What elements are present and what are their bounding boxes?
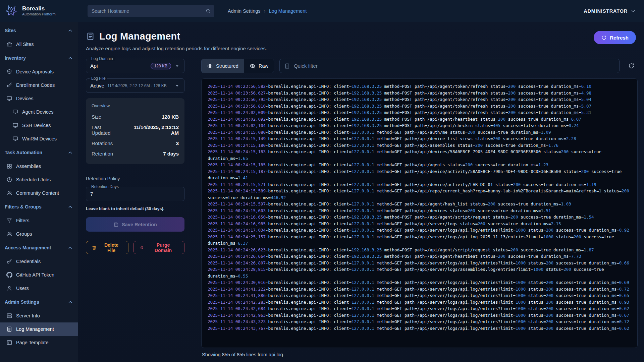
github-icon [6, 272, 12, 278]
account-label: ADMINISTRATOR [584, 8, 628, 14]
retention-days-input[interactable] [90, 191, 180, 197]
sidebar-section-label: Admin Settings [5, 299, 39, 305]
sidebar-item-github-api-token[interactable]: GitHub API Token [0, 268, 78, 282]
sidebar-item-all-sites[interactable]: All Sites [0, 38, 78, 51]
sidebar-item-label: Server Info [16, 313, 40, 318]
purge-domain-button[interactable]: Purge Domain [133, 241, 184, 254]
log-output[interactable]: 2025-11-14 00:23:56,582-borealis.engine.… [201, 78, 638, 348]
sidebar-item-ssh-devices[interactable]: SSH Devices [0, 119, 78, 132]
retention-policy-label: Retention Policy [86, 176, 184, 181]
sidebar-item-label: Groups [16, 231, 32, 237]
chevron-up-icon [67, 55, 73, 61]
clock-icon [6, 177, 12, 183]
save-retention-button[interactable]: Save Retention [86, 217, 184, 232]
sidebar-item-agent-devices[interactable]: Agent Devices [0, 105, 78, 119]
monitor-icon [12, 136, 18, 142]
danger-actions: Delete File Purge Domain [86, 241, 184, 254]
log-line: 2025-11-14 00:24:41,222-borealis.engine.… [208, 286, 631, 293]
sidebar-item-label: Page Template [16, 340, 48, 345]
sidebar-item-label: Community Content [16, 190, 59, 196]
sidebar-item-device-approvals[interactable]: Device Approvals [0, 65, 78, 78]
caret-down-icon [174, 83, 180, 89]
sidebar-item-credentials[interactable]: Credentials [0, 255, 78, 268]
log-line: 2025-11-14 00:23:56,627-borealis.engine.… [208, 90, 631, 97]
retention-policy-section: Retention Policy Retention Days Leave bl… [86, 176, 184, 232]
breadcrumb-separator: › [264, 8, 266, 14]
filter-doc-icon [284, 63, 290, 69]
log-file-select[interactable]: Log File Active 11/14/2025, 2:12:12 AM ·… [86, 78, 184, 93]
sidebar-item-label: Agent Devices [22, 109, 54, 115]
overview-rows: Size128 KBLast Updated11/14/2025, 2:12:1… [92, 112, 179, 159]
retention-days-field: Retention Days [86, 187, 184, 201]
chevron-up-icon [67, 245, 73, 251]
refresh-icon [601, 35, 607, 41]
sidebar-item-log-management[interactable]: Log Management [0, 322, 78, 336]
sidebar-item-page-template[interactable]: Page Template [0, 336, 78, 349]
log-controls-panel: Log Domain Api 128 KB Log File Active 11… [86, 59, 184, 362]
sidebar-item-winrm-devices[interactable]: WinRM Devices [0, 132, 78, 145]
log-line: 2025-11-14 00:24:15,180-borealis.engine.… [208, 142, 631, 149]
sidebar-section-admin-settings[interactable]: Admin Settings [0, 295, 78, 309]
overview-row-value: 7 days [163, 151, 179, 157]
log-line: 2025-11-14 00:24:16,650-borealis.engine.… [208, 214, 631, 221]
search-input[interactable] [88, 5, 214, 17]
sidebar-item-scheduled-jobs[interactable]: Scheduled Jobs [0, 173, 78, 186]
refresh-icon [628, 62, 635, 69]
sidebar-item-community-content[interactable]: Community Content [0, 186, 78, 200]
sidebar-section-task-automation[interactable]: Task Automation [0, 145, 78, 160]
sidebar-section-inventory[interactable]: Inventory [0, 51, 78, 65]
overview-row: Size128 KB [92, 112, 179, 122]
sidebar-item-label: Assemblies [16, 164, 41, 169]
chevron-up-icon [67, 28, 73, 34]
sidebar-item-enrollment-codes[interactable]: Enrollment Codes [0, 78, 78, 92]
refresh-button[interactable]: Refresh [594, 31, 636, 44]
log-file-meta: 11/14/2025, 2:12:12 AM · 128 KB [107, 83, 167, 88]
sidebar-section-label: Sites [5, 28, 16, 33]
sidebar-item-groups[interactable]: Groups [0, 227, 78, 241]
log-viewer-panel: Structured Raw 2025- [201, 59, 638, 362]
borealis-logo-icon [4, 4, 19, 18]
overview-card: Overview Size128 KBLast Updated11/14/202… [86, 98, 184, 164]
raw-view-button[interactable]: Raw [244, 59, 274, 73]
sidebar-section-filters-groups[interactable]: Filters & Groups [0, 200, 78, 214]
reload-log-button[interactable] [625, 60, 638, 72]
sidebar-item-filters[interactable]: Filters [0, 214, 78, 227]
quick-filter-field [279, 59, 620, 73]
quick-filter-input[interactable] [294, 63, 615, 69]
structured-view-button[interactable]: Structured [202, 59, 244, 73]
breadcrumb-log-management[interactable]: Log Management [269, 8, 307, 14]
sidebar-item-users[interactable]: Users [0, 282, 78, 295]
overview-row: Retention7 days [92, 148, 179, 159]
overview-title: Overview [92, 103, 179, 108]
log-line: 2025-11-14 00:24:41,886-borealis.engine.… [208, 292, 631, 299]
overview-row-value: 11/14/2025, 2:12:12 AM [126, 124, 179, 136]
breadcrumb-admin-settings[interactable]: Admin Settings [228, 8, 261, 14]
log-line: 2025-11-14 00:24:02,092-borealis.engine.… [208, 116, 631, 123]
overview-row-label: Last Updated [92, 124, 118, 136]
delete-file-button[interactable]: Delete File [86, 241, 128, 254]
sidebar-item-devices[interactable]: Devices [0, 92, 78, 105]
brand-subtitle: Automation Platform [22, 12, 56, 16]
sidebar-item-label: WinRM Devices [22, 136, 57, 141]
trash-icon [92, 245, 97, 250]
log-line: 2025-11-14 00:23:56,582-borealis.engine.… [208, 83, 631, 90]
sidebar-section-sites[interactable]: Sites [0, 23, 78, 38]
log-line: 2025-11-14 00:24:15,183-borealis.engine.… [208, 148, 631, 162]
log-domain-value: Api [90, 63, 98, 69]
save-icon [113, 222, 119, 227]
sidebar-item-label: Devices [16, 96, 34, 101]
log-footer: Showing 855 of 855 lines from api.log. [201, 348, 638, 362]
brand-title: Borealis [22, 6, 56, 12]
sidebar-item-server-info[interactable]: Server Info [0, 309, 78, 322]
sidebar-section: Admin SettingsServer InfoLog ManagementP… [0, 295, 78, 349]
hostname-search [88, 5, 214, 17]
brand-text: Borealis Automation Platform [22, 6, 56, 16]
log-line: 2025-11-14 00:24:42,963-borealis.engine.… [208, 312, 631, 319]
sidebar-item-assemblies[interactable]: Assemblies [0, 160, 78, 173]
sidebar-item-label: Users [16, 286, 29, 291]
log-line: 2025-11-14 00:24:15,080-borealis.engine.… [208, 129, 631, 136]
log-domain-select[interactable]: Log Domain Api 128 KB [86, 59, 184, 73]
server-icon [6, 313, 12, 319]
sidebar-section-access-management[interactable]: Access Management [0, 241, 78, 255]
account-menu[interactable]: ADMINISTRATOR [584, 8, 636, 14]
